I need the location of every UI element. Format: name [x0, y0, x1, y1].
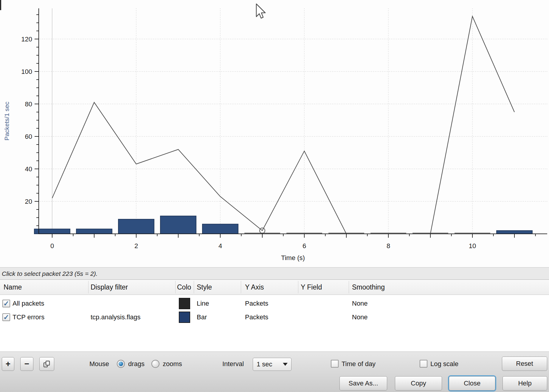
svg-text:10: 10 [469, 242, 476, 250]
status-bar: Click to select packet 223 (5s = 2). [0, 267, 549, 280]
dropdown-caret-icon [283, 363, 288, 366]
time-of-day-checkbox[interactable] [331, 360, 339, 368]
interval-dropdown[interactable]: 1 sec [253, 358, 291, 371]
col-header-smoothing[interactable]: Smoothing [352, 280, 385, 295]
copy-button[interactable]: Copy [395, 376, 442, 391]
status-hint-text: Click to select packet 223 (5s = 2). [2, 270, 98, 277]
table-row-all-packets[interactable]: ✓ All packets Line Packets None [0, 297, 549, 310]
duplicate-icon [43, 360, 51, 368]
svg-text:0: 0 [50, 242, 54, 250]
mouse-cursor-icon [256, 4, 266, 20]
radio-zooms-label[interactable]: zooms [163, 360, 182, 368]
svg-text:60: 60 [25, 133, 32, 140]
interval-value: 1 sec [257, 360, 272, 368]
io-graph-plot[interactable]: 204060801001200246810Time (s)Packets/1 s… [0, 0, 549, 267]
help-button[interactable]: Help [503, 376, 547, 391]
svg-text:6: 6 [303, 242, 306, 250]
col-header-style[interactable]: Style [197, 280, 212, 295]
row-enabled-checkbox[interactable]: ✓ [2, 313, 10, 321]
column-divider [194, 281, 194, 293]
column-divider [241, 281, 241, 293]
svg-text:Time (s): Time (s) [281, 254, 305, 262]
column-divider [88, 281, 89, 293]
radio-zooms[interactable] [151, 360, 159, 368]
graph-name-cell[interactable]: All packets [13, 297, 44, 310]
save-as-button[interactable]: Save As... [339, 376, 387, 391]
col-header-color[interactable]: Colo [177, 280, 193, 295]
style-cell[interactable]: Bar [197, 311, 207, 324]
remove-graph-button[interactable]: − [20, 357, 33, 371]
y-axis-cell[interactable]: Packets [245, 311, 268, 324]
graph-name-cell[interactable]: TCP errors [13, 311, 44, 324]
time-of-day-label[interactable]: Time of day [342, 360, 376, 368]
col-header-y-axis[interactable]: Y Axis [245, 280, 264, 295]
svg-text:120: 120 [21, 35, 32, 43]
reset-button[interactable]: Reset [502, 357, 547, 371]
table-row-tcp-errors[interactable]: ✓ TCP errors tcp.analysis.flags Bar Pack… [0, 311, 549, 324]
close-button[interactable]: Close [449, 376, 495, 391]
window-edge-artifact [0, 0, 1, 10]
column-divider [175, 281, 176, 293]
graph-config-table: Name Display filter Colo Style Y Axis Y … [0, 279, 549, 352]
interval-label: Interval [222, 360, 244, 368]
table-header-row: Name Display filter Colo Style Y Axis Y … [0, 280, 549, 295]
svg-text:4: 4 [218, 242, 222, 250]
row-enabled-checkbox[interactable]: ✓ [2, 300, 10, 307]
radio-drags[interactable] [117, 360, 125, 368]
svg-text:2: 2 [134, 242, 138, 250]
controls-panel: + − Mouse drags zooms Interval 1 sec Tim… [0, 351, 549, 392]
log-scale-label[interactable]: Log scale [430, 360, 458, 368]
col-header-display-filter[interactable]: Display filter [91, 280, 128, 295]
col-header-name[interactable]: Name [4, 280, 22, 295]
svg-text:8: 8 [387, 242, 390, 250]
color-swatch[interactable] [179, 298, 190, 309]
style-cell[interactable]: Line [197, 297, 209, 310]
y-axis-cell[interactable]: Packets [245, 297, 268, 310]
svg-text:Packets/1 sec: Packets/1 sec [3, 102, 10, 141]
display-filter-cell[interactable]: tcp.analysis.flags [91, 311, 141, 324]
io-graph-chart[interactable]: 204060801001200246810Time (s)Packets/1 s… [0, 0, 549, 267]
svg-text:80: 80 [25, 100, 32, 108]
column-divider [349, 281, 349, 293]
smoothing-cell[interactable]: None [352, 311, 368, 324]
io-graph-window: 204060801001200246810Time (s)Packets/1 s… [0, 0, 549, 392]
color-swatch[interactable] [179, 312, 190, 323]
smoothing-cell[interactable]: None [352, 297, 368, 310]
col-header-y-field[interactable]: Y Field [301, 280, 322, 295]
mouse-label: Mouse [89, 360, 109, 368]
log-scale-checkbox[interactable] [420, 360, 427, 368]
svg-text:20: 20 [25, 198, 32, 205]
svg-text:100: 100 [21, 68, 32, 75]
column-divider [298, 281, 298, 293]
svg-text:40: 40 [25, 165, 32, 173]
radio-drags-label[interactable]: drags [128, 360, 145, 368]
add-graph-button[interactable]: + [2, 357, 14, 371]
duplicate-graph-button[interactable] [39, 357, 54, 371]
